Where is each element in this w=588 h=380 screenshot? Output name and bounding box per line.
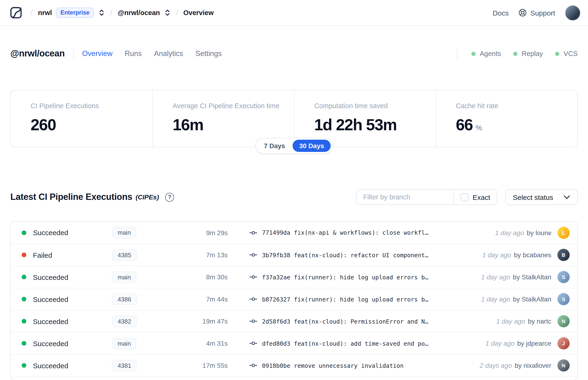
commit-hash: b8726327 [262,296,290,303]
status-indicators: Agents Replay VCS [457,47,578,60]
author: by StalkAltan [513,295,551,303]
stat-value: 66% [456,116,569,134]
commit-message: fix(nx-api & workflows): close workfl… [294,229,429,236]
help-icon[interactable]: ? [165,192,174,202]
commit-hash: 771499da [262,229,290,236]
status-label: Failed [33,251,52,259]
commit-hash: f37a32ae [262,273,290,281]
divider [457,47,457,60]
range-30-days[interactable]: 30 Days [293,140,331,152]
app-viewport: / nrwl Enterprise / @nrwl/ocean / Overvi… [0,0,588,380]
table-row[interactable]: Succeeded main 4m 31s dfed80d3 feat(nx-c… [11,332,577,354]
commit-hash-and-message: dfed80d3 feat(nx-cloud): add time-saved … [262,340,428,347]
breadcrumb-workspace[interactable]: @nrwl/ocean [118,9,160,17]
duration: 4m 31s [168,340,228,347]
topbar-actions: Docs Support [493,5,580,20]
indicator-vcs[interactable]: VCS [555,50,578,57]
stat-label: Computation time saved [314,102,427,110]
git-commit-icon [249,252,257,258]
stat-value: 1d 22h 53m [314,116,427,134]
status-dot [22,319,26,323]
stat-value: 16m [173,116,285,134]
author: by bcabanes [514,251,551,259]
status-label: Succeeded [33,273,68,281]
nx-cloud-logo-icon[interactable] [8,5,23,20]
breadcrumb-org[interactable]: nrwl [38,9,52,17]
branch-badge: main [112,227,136,238]
table-row[interactable]: Succeeded main 9m 29s 771499da fix(nx-ap… [11,222,577,244]
cipe-section-header: Latest CI Pipeline Executions (CIPEs) ? … [10,189,578,206]
table-row[interactable]: Succeeded 4381 17m 55s 0918b0be remove u… [11,354,577,376]
exact-checkbox[interactable] [460,193,468,201]
indicator-agents[interactable]: Agents [471,50,501,57]
status-label: Succeeded [33,361,68,369]
avatar: L [557,227,570,239]
section-title: Latest CI Pipeline Executions [10,192,132,202]
commit-hash: dfed80d3 [262,340,290,347]
breadcrumb-page: Overview [183,9,214,17]
commit-hash-and-message: 2d58f6d3 feat(nx-cloud): PermissionError… [262,318,428,325]
table-row[interactable]: Succeeded 4382 19m 47s 2d58f6d3 feat(nx-… [11,310,577,332]
branch-badge: 4386 [112,293,137,305]
commit-hash-and-message: 0918b0be remove unnecessary invalidation [262,362,404,369]
commit-message: feat(nx-cloud): add time-saved end po… [294,340,429,347]
git-commit-icon [249,318,257,324]
indicator-label: Agents [480,50,501,57]
docs-link[interactable]: Docs [493,9,509,17]
stat-cache-hit-rate: Cache hit rate 66% [436,90,577,147]
tab-overview[interactable]: Overview [82,49,113,58]
commit-message: feat(nx-cloud): PermissionError and N… [294,318,429,325]
duration: 7m 44s [168,295,228,303]
time-ago: 1 day ago [495,229,524,236]
time-ago: 1 day ago [481,295,510,303]
breadcrumb: / nrwl Enterprise / @nrwl/ocean / Overvi… [8,5,214,20]
exact-match-toggle[interactable]: Exact [453,190,497,205]
tab-runs[interactable]: Runs [125,49,142,58]
avatar: S [557,271,570,283]
commit-hash-and-message: 771499da fix(nx-api & workflows): close … [262,229,428,236]
time-ago: 1 day ago [481,273,510,281]
commit-hash: 2d58f6d3 [262,318,290,325]
status-label: Succeeded [33,339,68,347]
indicator-replay[interactable]: Replay [513,50,543,57]
commit-message: remove unnecessary invalidation [294,362,404,369]
status-dot [22,297,26,302]
commit-hash-and-message: f37a32ae fix(runner): hide log upload er… [262,273,428,281]
commit-message: feat(nx-cloud): refactor UI component… [294,251,429,258]
chevron-down-icon [564,195,570,199]
status-dot [22,252,26,257]
status-dot [22,230,26,235]
author: by jdpearce [517,340,551,347]
git-commit-icon [249,362,257,368]
breadcrumb-separator: / [31,8,33,18]
green-status-dot [513,52,517,56]
duration: 8m 30s [168,273,228,281]
git-commit-icon [249,296,257,302]
table-row[interactable]: Failed 4385 7m 13s 3b79fb38 feat(nx-clou… [11,244,577,266]
workspace-tabs: Overview Runs Analytics Settings [82,49,222,58]
duration: 7m 13s [168,251,228,259]
stat-ci-pipeline-executions: CI Pipeline Executions 260 [11,90,152,147]
table-row[interactable]: Succeeded main 8m 30s f37a32ae fix(runne… [11,266,577,288]
avatar: J [557,337,570,349]
time-ago: 1 day ago [485,340,514,347]
branch-badge: 4381 [112,360,137,371]
top-navigation-bar: / nrwl Enterprise / @nrwl/ocean / Overvi… [0,0,588,26]
range-7-days[interactable]: 7 Days [257,140,292,152]
author: by StalkAltan [513,273,551,281]
branch-badge: main [112,338,136,349]
status-label: Succeeded [33,317,68,325]
branch-filter-input[interactable] [357,190,453,205]
duration: 17m 55s [168,362,228,369]
org-switcher-icon[interactable] [98,9,105,17]
cipe-table: Succeeded main 9m 29s 771499da fix(nx-ap… [10,221,578,380]
git-commit-icon [249,341,257,346]
tab-settings[interactable]: Settings [195,49,222,58]
user-avatar[interactable] [565,5,580,20]
select-status-dropdown[interactable]: Select status [505,189,578,205]
support-link[interactable]: Support [519,8,555,17]
table-row[interactable]: Succeeded 4386 7m 44s b8726327 fix(runne… [11,288,577,310]
stat-label: Cache hit rate [456,102,569,110]
tab-analytics[interactable]: Analytics [154,49,183,58]
workspace-switcher-icon[interactable] [164,9,171,17]
